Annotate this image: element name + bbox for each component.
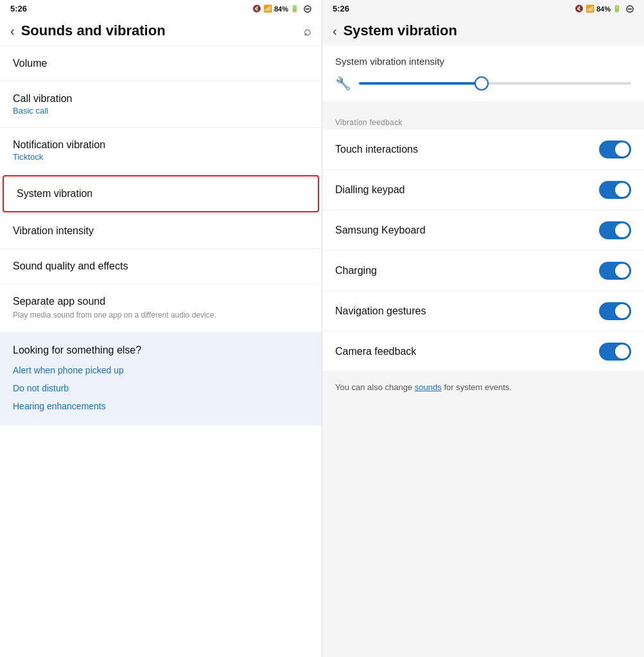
- vf-label-dialling-keypad: Dialling keypad: [335, 184, 405, 196]
- wifi-icon-right: 📶: [586, 4, 595, 13]
- toggle-navigation-gestures[interactable]: [599, 302, 631, 320]
- battery-icon-left: 🔋: [290, 4, 299, 13]
- toggle-camera-feedback[interactable]: [599, 343, 631, 361]
- settings-item-vibration-intensity[interactable]: Vibration intensity: [0, 214, 322, 249]
- settings-item-notification-vibration[interactable]: Notification vibration Ticktock: [0, 128, 322, 174]
- looking-for-section: Looking for something else? Alert when p…: [0, 333, 322, 425]
- divider-1: [322, 107, 644, 112]
- status-bar-right: 5:26 🔇 📶 84% 🔋: [322, 0, 644, 16]
- back-button-right[interactable]: ‹: [333, 24, 337, 37]
- time-left: 5:26: [10, 4, 27, 13]
- settings-item-notification-vibration-title: Notification vibration: [13, 139, 309, 151]
- settings-item-call-vibration-subtitle: Basic call: [13, 106, 309, 115]
- link-alert-picked-up[interactable]: Alert when phone picked up: [13, 365, 309, 375]
- wifi-icon: 📶: [263, 4, 272, 13]
- vf-item-navigation-gestures[interactable]: Navigation gestures: [322, 291, 644, 332]
- vf-item-charging[interactable]: Charging: [322, 251, 644, 291]
- toggle-charging[interactable]: [599, 262, 631, 280]
- settings-item-separate-app[interactable]: Separate app sound Play media sound from…: [0, 284, 322, 333]
- vf-item-dialling-keypad[interactable]: Dialling keypad: [322, 170, 644, 210]
- link-hearing-enhancements[interactable]: Hearing enhancements: [13, 401, 309, 411]
- time-right: 5:26: [333, 4, 349, 13]
- vf-label-touch-interactions: Touch interactions: [335, 144, 418, 155]
- battery-left: 84%: [274, 5, 288, 13]
- status-bar-left: 5:26 🔇 📶 84% 🔋: [0, 0, 322, 16]
- vf-item-camera-feedback[interactable]: Camera feedback: [322, 332, 644, 372]
- intensity-slider[interactable]: [359, 82, 631, 85]
- vf-item-samsung-keyboard[interactable]: Samsung Keyboard: [322, 210, 644, 251]
- page-title-left: Sounds and vibration: [21, 22, 297, 39]
- toggle-dialling-keypad[interactable]: [599, 181, 631, 199]
- vf-label-camera-feedback: Camera feedback: [335, 346, 416, 357]
- settings-item-notification-vibration-subtitle: Ticktock: [13, 152, 309, 162]
- link-do-not-disturb[interactable]: Do not disturb: [13, 383, 309, 393]
- back-button-left[interactable]: ‹: [10, 24, 15, 37]
- bottom-note: You can also change sounds for system ev…: [322, 372, 644, 402]
- battery-icon-right: 🔋: [613, 4, 622, 13]
- settings-item-call-vibration[interactable]: Call vibration Basic call: [0, 81, 322, 128]
- wrench-icon: 🔧: [335, 76, 351, 91]
- slider-fill: [359, 82, 482, 85]
- settings-item-separate-app-desc: Play media sound from one app on a diffe…: [13, 310, 309, 321]
- vf-label-navigation-gestures: Navigation gestures: [335, 305, 426, 317]
- right-panel: 5:26 🔇 📶 84% 🔋 ‹ System vibration System…: [322, 0, 644, 657]
- vibration-feedback-label: Vibration feedback: [322, 112, 644, 130]
- settings-item-volume-title: Volume: [13, 58, 47, 69]
- settings-item-separate-app-title: Separate app sound: [13, 296, 309, 307]
- sounds-link[interactable]: sounds: [415, 382, 442, 392]
- minus-circle-left: [304, 5, 311, 13]
- slider-row: 🔧: [335, 76, 631, 91]
- settings-item-sound-quality-title: Sound quality and effects: [13, 260, 309, 272]
- intensity-label: System vibration intensity: [335, 56, 631, 67]
- settings-item-call-vibration-title: Call vibration: [13, 93, 309, 105]
- left-panel: 5:26 🔇 📶 84% 🔋 ‹ Sounds and vibration ⌕ …: [0, 0, 322, 657]
- settings-item-system-vibration-title: System vibration: [17, 188, 305, 200]
- settings-item-system-vibration[interactable]: System vibration: [3, 175, 319, 212]
- vf-item-touch-interactions[interactable]: Touch interactions: [322, 130, 644, 170]
- intensity-section: System vibration intensity 🔧: [322, 46, 644, 101]
- status-icons-left: 🔇 📶 84% 🔋: [252, 4, 311, 13]
- settings-item-vibration-intensity-title: Vibration intensity: [13, 225, 309, 237]
- mute-icon-right: 🔇: [575, 4, 584, 13]
- settings-list-left: Volume Call vibration Basic call Notific…: [0, 46, 322, 657]
- looking-for-title: Looking for something else?: [13, 345, 309, 356]
- vibration-feedback-list: Touch interactions Dialling keypad Samsu…: [322, 130, 644, 372]
- minus-circle-right: [626, 5, 634, 13]
- battery-right: 84%: [596, 5, 611, 13]
- vf-label-samsung-keyboard: Samsung Keyboard: [335, 225, 426, 236]
- status-icons-right: 🔇 📶 84% 🔋: [575, 4, 634, 13]
- page-title-right: System vibration: [344, 22, 634, 39]
- toggle-samsung-keyboard[interactable]: [599, 221, 631, 239]
- toggle-touch-interactions[interactable]: [599, 141, 631, 158]
- top-bar-right: ‹ System vibration: [322, 16, 644, 46]
- settings-item-sound-quality[interactable]: Sound quality and effects: [0, 249, 322, 284]
- mute-icon: 🔇: [252, 4, 261, 13]
- search-button-left[interactable]: ⌕: [304, 24, 311, 38]
- slider-thumb[interactable]: [474, 76, 489, 90]
- top-bar-left: ‹ Sounds and vibration ⌕: [0, 16, 322, 46]
- vf-label-charging: Charging: [335, 265, 377, 277]
- settings-item-volume[interactable]: Volume: [0, 46, 322, 81]
